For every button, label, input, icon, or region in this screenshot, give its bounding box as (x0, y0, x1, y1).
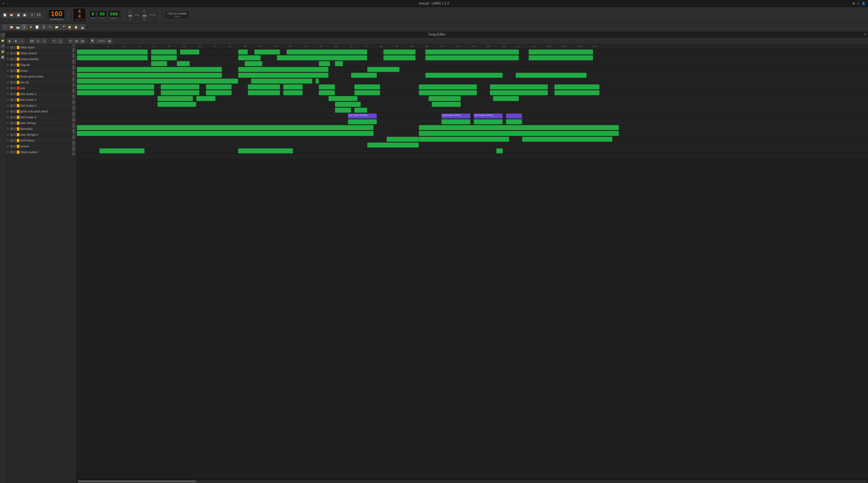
master-pitch-slider[interactable] (143, 10, 145, 20)
my-samples-btn[interactable]: 🎤 (60, 24, 66, 30)
track-vol-knob[interactable] (72, 66, 76, 70)
se-add-bb-btn[interactable]: BB (29, 38, 34, 44)
pattern-block[interactable] (248, 84, 280, 89)
master-volume-slider[interactable] (129, 10, 131, 20)
track-gear-icon[interactable]: ⚙ (6, 121, 10, 125)
new-file-button[interactable]: 📄 (2, 12, 8, 18)
track-solo-btn[interactable] (13, 69, 16, 72)
pattern-block[interactable] (319, 61, 330, 66)
pattern-row-noise2[interactable] (77, 148, 868, 154)
pattern-block[interactable] (425, 73, 503, 78)
pattern-row-clean-guitar[interactable] (77, 154, 868, 160)
track-vol-knob[interactable] (72, 125, 76, 129)
pattern-block[interactable] (77, 55, 148, 60)
se-zoom-expand-btn[interactable]: ▶ (107, 38, 112, 44)
track-vol-knob[interactable] (72, 131, 76, 134)
pattern-block[interactable] (425, 50, 519, 55)
track-mute-btn[interactable] (10, 139, 13, 142)
se-zoom-icon[interactable]: 🔍 (90, 38, 95, 44)
pattern-block[interactable] (251, 79, 312, 84)
pattern-row-dist1[interactable] (77, 96, 868, 102)
pattern-block[interactable] (151, 55, 177, 60)
pattern-block[interactable] (419, 84, 477, 89)
track-mute-btn[interactable] (10, 116, 13, 119)
pattern-row-dist2[interactable] (77, 102, 868, 107)
track-mute-btn[interactable] (10, 87, 13, 89)
my-home-side-icon[interactable]: 🏠 (1, 55, 5, 59)
piano-roll-btn[interactable]: 🎹 (15, 24, 21, 30)
track-mute-btn[interactable] (10, 52, 13, 55)
pattern-block[interactable] (554, 84, 599, 89)
controller-rack-btn[interactable]: 🎛 (41, 24, 46, 30)
pattern-block[interactable] (161, 84, 199, 89)
track-name[interactable]: kick (20, 87, 71, 90)
pattern-row-tom[interactable] (77, 84, 868, 90)
song-editor-btn[interactable]: 🎵 (2, 24, 8, 30)
pattern-block[interactable] (316, 79, 319, 84)
track-gear-icon[interactable]: ⚙ (6, 75, 10, 78)
track-mute-btn[interactable] (10, 122, 13, 124)
horizontal-scrollbar[interactable] (77, 479, 868, 483)
track-name[interactable]: Clean Guitar1 (20, 150, 71, 154)
pattern-block[interactable] (206, 84, 232, 89)
pattern-block[interactable] (277, 55, 367, 60)
pattern-row-clap[interactable] (77, 66, 868, 73)
track-mute-btn[interactable] (10, 81, 13, 84)
track-vol-knob[interactable] (72, 55, 76, 59)
track-vol-knob[interactable] (72, 136, 76, 140)
track-solo-btn[interactable] (13, 104, 16, 107)
track-pan-knob[interactable] (72, 152, 76, 156)
track-vol-knob[interactable] (72, 49, 76, 53)
pattern-block[interactable]: Dist Guitar 5nPitch (441, 113, 470, 119)
track-vol-knob[interactable] (72, 102, 76, 105)
track-mute-btn[interactable] (10, 104, 13, 107)
pattern-block[interactable] (351, 73, 377, 78)
track-vol-knob[interactable] (72, 78, 76, 82)
track-gear-icon[interactable]: ⚙ (6, 133, 10, 136)
track-gear-icon[interactable]: ⚙ (6, 110, 10, 113)
save-file-button[interactable]: 💾 (16, 12, 21, 18)
track-name[interactable]: Hihat Closed (20, 52, 71, 55)
track-name[interactable]: Noise2 (20, 145, 71, 148)
track-gear-icon[interactable]: ⚙ (6, 92, 10, 96)
pattern-block[interactable] (157, 96, 193, 101)
pattern-block[interactable] (254, 50, 280, 55)
track-gear-icon[interactable]: ⚙ (6, 104, 10, 107)
pattern-block[interactable] (157, 102, 196, 107)
track-vol-knob[interactable] (72, 148, 76, 152)
track-gear-icon[interactable]: ⚙ (6, 69, 10, 73)
track-mute-btn[interactable] (10, 69, 13, 72)
pattern-block[interactable]: Dist Guitar 5nPitch (474, 113, 503, 119)
track-solo-btn[interactable] (13, 127, 16, 130)
pattern-block[interactable] (238, 148, 293, 153)
track-vol-knob[interactable] (72, 90, 76, 94)
track-solo-btn[interactable] (13, 58, 16, 60)
pattern-block[interactable] (419, 137, 509, 142)
my-presets-side-icon[interactable]: ⭐ (1, 50, 5, 54)
pattern-row-termollo[interactable] (77, 131, 868, 136)
pattern-row-dark-strings[interactable] (77, 125, 868, 131)
pattern-block[interactable] (354, 84, 380, 89)
pattern-row-snare-ghost[interactable] (77, 78, 868, 84)
se-draw-mode-btn[interactable]: ✏ (52, 38, 57, 44)
scrollbar-thumb[interactable] (78, 480, 196, 482)
pattern-block[interactable] (77, 79, 238, 84)
pattern-block[interactable] (490, 84, 548, 89)
track-gear-icon[interactable]: ⚙ (6, 87, 10, 90)
track-mute-btn[interactable] (10, 58, 13, 60)
pattern-block[interactable] (196, 96, 216, 101)
song-editor-close-btn[interactable]: × (864, 33, 866, 36)
export-button[interactable]: ⬆ (29, 12, 35, 18)
user-icon[interactable]: 👤 (862, 2, 865, 5)
track-mute-btn[interactable] (10, 145, 13, 148)
track-gear-icon[interactable]: ⚙ (6, 139, 10, 142)
pattern-block[interactable] (335, 61, 343, 66)
track-vol-knob[interactable] (72, 45, 76, 47)
pattern-block[interactable] (367, 142, 419, 148)
track-name[interactable]: Snare reverse (20, 57, 71, 61)
track-vol-knob[interactable] (72, 113, 76, 117)
track-vol-knob[interactable] (72, 142, 76, 146)
export-tracks-button[interactable]: ⬆⬆ (36, 12, 42, 18)
pattern-block[interactable] (432, 102, 461, 107)
track-gear-icon[interactable]: ⚙ (6, 63, 10, 66)
